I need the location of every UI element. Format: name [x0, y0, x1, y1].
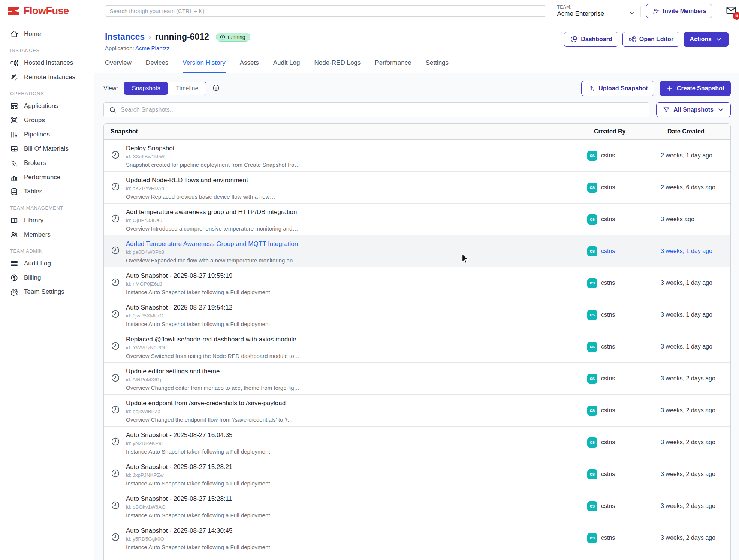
instance-name: running-6012: [155, 32, 209, 42]
sidebar-item-home[interactable]: Home: [0, 27, 94, 41]
snapshot-row[interactable]: Deploy Snapshot id: X3o6Bw1k9W Snapshot …: [104, 140, 730, 172]
sidebar-section-operations: OPERATIONS: [0, 84, 94, 99]
snapshot-row[interactable]: Added Temperature Awareness Group and MQ…: [104, 235, 730, 267]
sidebar-item-bill-of-materials[interactable]: Bill Of Materials: [0, 142, 94, 156]
snapshot-search-input[interactable]: [121, 106, 644, 113]
sidebar-item-audit-log[interactable]: Audit Log: [0, 256, 94, 271]
tab-audit-log[interactable]: Audit Log: [273, 59, 300, 73]
snapshot-row[interactable]: Auto Snapshot - 2025-08-27 19:55:19 id: …: [104, 267, 730, 299]
application-label: Application:: [105, 45, 134, 51]
topnav-right: TEAM: Acme Enterprise Invite Members 5 c…: [546, 4, 739, 18]
tab-devices[interactable]: Devices: [146, 59, 168, 73]
sidebar-item-billing[interactable]: Billing: [0, 271, 94, 285]
sidebar-item-applications[interactable]: Applications: [0, 99, 94, 113]
remote-instances-icon: [10, 73, 18, 81]
date-created: 3 weeks ago: [661, 204, 730, 235]
created-by-name: cstns: [601, 343, 615, 350]
main-panel: Instances › running-6012 running Applica…: [94, 22, 739, 560]
status-badge-label: running: [228, 34, 245, 40]
notification-badge: 5: [733, 12, 739, 20]
avatar: cs: [587, 151, 597, 161]
snapshot-description: Overview Introduced a comprehensive temp…: [126, 225, 298, 232]
breadcrumb: Instances › running-6012 running: [105, 32, 250, 42]
info-button[interactable]: [212, 84, 220, 93]
funnel-icon: [663, 106, 670, 114]
open-editor-button[interactable]: Open Editor: [622, 32, 680, 47]
bill-of-materials-icon: [10, 145, 18, 153]
snapshot-row[interactable]: Add temperature awareness group and HTTP…: [104, 204, 730, 235]
snapshot-description: Instance Auto Snapshot taken following a…: [126, 321, 270, 327]
sidebar-item-brokers[interactable]: Brokers: [0, 156, 94, 170]
created-by-name: cstns: [601, 535, 615, 541]
clock-icon: [111, 246, 120, 255]
tab-settings[interactable]: Settings: [426, 59, 449, 73]
tab-assets[interactable]: Assets: [240, 59, 259, 73]
snapshot-row[interactable]: Update editor settings and theme id: AlR…: [104, 363, 730, 395]
sidebar-item-library[interactable]: Library: [0, 213, 94, 228]
divider: [718, 6, 718, 17]
sidebar-item-team-settings[interactable]: Team Settings: [0, 285, 94, 299]
info-icon: [212, 84, 220, 92]
snapshot-filter-label: All Snapshots: [673, 106, 714, 113]
snapshot-row[interactable]: Updated Node-RED flows and environment i…: [104, 172, 730, 204]
snapshot-row[interactable]: Auto Snapshot - 2025-08-27 15:28:11 id: …: [104, 490, 730, 522]
snapshot-description: Instance Auto Snapshot taken following a…: [126, 512, 270, 518]
breadcrumb-instances-link[interactable]: Instances: [105, 32, 145, 42]
open-editor-label: Open Editor: [639, 36, 674, 43]
clock-icon: [111, 341, 120, 351]
clock-icon: [111, 500, 120, 510]
dashboard-button[interactable]: Dashboard: [564, 32, 618, 47]
team-name: Acme Enterprise: [557, 10, 604, 18]
snapshot-row[interactable]: Auto Snapshot - 2025-08-27 16:04:35 id: …: [104, 427, 730, 458]
snapshot-id: id: AlRPoMX61j: [126, 377, 300, 382]
sidebar-item-tables[interactable]: Tables: [0, 184, 94, 199]
upload-snapshot-button[interactable]: Upload Snapshot: [581, 81, 654, 96]
global-search-input[interactable]: [105, 5, 546, 17]
tab-performance[interactable]: Performance: [375, 59, 411, 73]
sidebar-item-remote-instances[interactable]: Remote Instances: [0, 70, 94, 84]
sidebar-item-label: Home: [24, 30, 41, 38]
snapshot-id: id: oBOkv1W6AG: [126, 504, 270, 510]
snapshot-row[interactable]: Auto Snapshot - 2025-08-27 15:28:21 id: …: [104, 458, 730, 490]
snapshot-search-row: All Snapshots: [103, 102, 731, 117]
snapshot-row[interactable]: Replaced @flowfuse/node-red-dashboard wi…: [104, 331, 730, 363]
sidebar-item-members[interactable]: Members: [0, 228, 94, 242]
pipelines-icon: [10, 130, 18, 139]
tab-version-history[interactable]: Version History: [183, 59, 225, 73]
snapshot-row[interactable]: Auto Snapshot - 2025-08-27 14:30:45 id: …: [104, 522, 730, 554]
sidebar-item-hosted-instances[interactable]: Hosted Instances: [0, 56, 94, 70]
date-created: 3 weeks, 2 days ago: [661, 554, 730, 560]
dashboard-label: Dashboard: [581, 36, 612, 43]
create-snapshot-button[interactable]: Create Snapshot: [660, 81, 731, 96]
view-toggle-snapshots[interactable]: Snapshots: [124, 82, 168, 95]
snapshot-row[interactable]: Add HTTP endpoint for saving credentials…: [104, 554, 730, 560]
view-toggle-timeline[interactable]: Timeline: [168, 82, 206, 95]
sidebar-item-performance[interactable]: Performance: [0, 170, 94, 184]
applications-icon: [10, 102, 18, 110]
sidebar-item-pipelines[interactable]: Pipelines: [0, 127, 94, 142]
invite-members-button[interactable]: Invite Members: [646, 4, 712, 18]
application-link[interactable]: Acme Plantzz: [135, 45, 170, 51]
snapshot-row[interactable]: Update endpoint from /save-credentials t…: [104, 395, 730, 427]
date-created: 2 weeks, 6 days ago: [661, 172, 730, 203]
avatar: cs: [587, 310, 597, 320]
clock-icon: [111, 309, 120, 319]
sidebar-item-groups[interactable]: Groups: [0, 113, 94, 127]
team-selector[interactable]: TEAM: Acme Enterprise: [557, 4, 635, 18]
snapshot-title: Deploy Snapshot: [126, 145, 300, 152]
snapshot-description: Instance Auto Snapshot taken following a…: [126, 448, 270, 455]
tab-node-red-logs[interactable]: Node-RED Logs: [314, 59, 361, 73]
avatar: cs: [587, 437, 597, 448]
snapshot-row[interactable]: Auto Snapshot - 2025-08-27 19:54:12 id: …: [104, 299, 730, 331]
snapshot-filter-dropdown[interactable]: All Snapshots: [656, 102, 731, 117]
snapshot-title: Auto Snapshot - 2025-08-27 15:28:21: [126, 463, 270, 471]
snapshot-description: Snapshot created for pipeline deployment…: [126, 162, 300, 168]
snapshot-table-header: Snapshot Created By Date Created: [104, 124, 730, 140]
plus-icon: [666, 85, 673, 92]
snapshot-id: id: 0jwPAXMk7O: [126, 313, 270, 319]
view-toggle: SnapshotsTimeline: [124, 82, 206, 95]
actions-button[interactable]: Actions: [684, 32, 729, 47]
flowfuse-logo[interactable]: FlowFuse: [7, 5, 69, 17]
tab-overview[interactable]: Overview: [105, 59, 132, 73]
notifications-button[interactable]: 5: [726, 5, 737, 18]
